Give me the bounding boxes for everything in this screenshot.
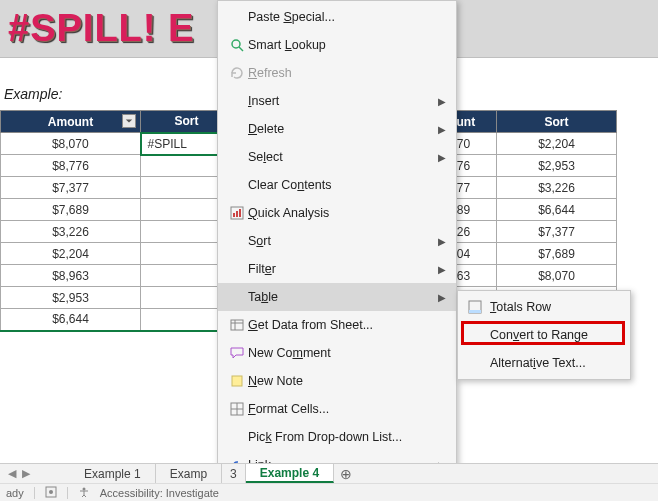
menu-new-comment[interactable]: New Comment xyxy=(218,339,456,367)
table-cell[interactable]: $6,644 xyxy=(1,309,141,331)
status-bar: ady Accessibility: Investigate xyxy=(0,483,658,501)
tab-example-1[interactable]: Example 1 xyxy=(70,464,156,483)
totals-row-icon xyxy=(468,300,490,314)
menu-insert[interactable]: Insert ▶ xyxy=(218,87,456,115)
table-cell[interactable]: $3,226 xyxy=(1,221,141,243)
smart-lookup-icon xyxy=(226,37,248,53)
menu-get-data-from-sheet[interactable]: Get Data from Sheet... xyxy=(218,311,456,339)
table-cell[interactable]: $3,226 xyxy=(497,177,617,199)
submenu-alternative-text[interactable]: Alternative Text... xyxy=(458,349,630,377)
table-cell[interactable]: $8,776 xyxy=(1,155,141,177)
chevron-right-icon: ▶ xyxy=(438,124,446,135)
table-cell[interactable]: $2,204 xyxy=(1,243,141,265)
table-cell[interactable]: $8,070 xyxy=(497,265,617,287)
table-cell[interactable]: $7,377 xyxy=(497,221,617,243)
add-sheet-button[interactable]: ⊕ xyxy=(334,466,358,482)
table-cell[interactable]: $7,689 xyxy=(497,243,617,265)
table-cell[interactable]: $2,204 xyxy=(497,133,617,155)
tab-example-4[interactable]: Example 4 xyxy=(246,464,334,483)
table-cell[interactable]: $2,953 xyxy=(1,287,141,309)
svg-rect-9 xyxy=(232,376,242,386)
table-cell[interactable]: $7,689 xyxy=(1,199,141,221)
svg-rect-3 xyxy=(233,213,235,217)
refresh-icon xyxy=(226,65,248,81)
note-icon xyxy=(226,373,248,389)
menu-filter[interactable]: Filter ▶ xyxy=(218,255,456,283)
table-cell[interactable]: $8,070 xyxy=(1,133,141,155)
svg-rect-5 xyxy=(239,209,241,217)
svg-point-16 xyxy=(49,490,53,494)
col-header-amount-label: Amount xyxy=(48,115,93,129)
status-ready: ady xyxy=(6,487,24,499)
menu-smart-lookup[interactable]: Smart Lookup xyxy=(218,31,456,59)
status-accessibility[interactable]: Accessibility: Investigate xyxy=(100,487,219,499)
menu-paste-special[interactable]: Paste Special... xyxy=(218,3,456,31)
accessibility-icon[interactable] xyxy=(78,486,90,500)
chevron-right-icon: ▶ xyxy=(438,292,446,303)
menu-sort[interactable]: Sort ▶ xyxy=(218,227,456,255)
chevron-right-icon: ▶ xyxy=(438,236,446,247)
filter-dropdown-icon[interactable] xyxy=(122,114,136,128)
col-header-sort-label: Sort xyxy=(175,114,199,128)
menu-pick-from-list[interactable]: Pick From Drop-down List... xyxy=(218,423,456,451)
chevron-right-icon: ▶ xyxy=(438,264,446,275)
example-label: Example: xyxy=(4,86,62,102)
table-submenu: Totals Row Convert to Range Alternative … xyxy=(457,290,631,380)
menu-quick-analysis[interactable]: Quick Analysis xyxy=(218,199,456,227)
macro-record-icon[interactable] xyxy=(45,486,57,500)
svg-rect-14 xyxy=(469,310,481,313)
svg-rect-6 xyxy=(231,320,243,330)
context-menu: Paste Special... Smart Lookup Refresh In… xyxy=(217,0,457,482)
menu-select[interactable]: Select ▶ xyxy=(218,143,456,171)
get-data-icon xyxy=(226,317,248,333)
left-table: Amount Sort $8,070#SPILL $8,776 $7,377 $… xyxy=(0,110,234,332)
menu-refresh: Refresh xyxy=(218,59,456,87)
format-cells-icon xyxy=(226,401,248,417)
svg-point-17 xyxy=(82,487,85,490)
submenu-totals-row[interactable]: Totals Row xyxy=(458,293,630,321)
col-header-amount[interactable]: Amount xyxy=(1,111,141,133)
svg-point-0 xyxy=(232,40,240,48)
page-title: #SPILL! E xyxy=(8,7,194,50)
menu-table[interactable]: Table ▶ xyxy=(218,283,456,311)
menu-clear-contents[interactable]: Clear Contents xyxy=(218,171,456,199)
tab-example-3[interactable]: 3 xyxy=(222,464,246,483)
table-cell[interactable]: $2,953 xyxy=(497,155,617,177)
tab-example-2[interactable]: Examp xyxy=(156,464,222,483)
menu-new-note[interactable]: New Note xyxy=(218,367,456,395)
chevron-right-icon: ▶ xyxy=(438,96,446,107)
table-cell[interactable]: $8,963 xyxy=(1,265,141,287)
menu-format-cells[interactable]: Format Cells... xyxy=(218,395,456,423)
col-header-sort-right[interactable]: Sort xyxy=(497,111,617,133)
svg-line-1 xyxy=(239,47,243,51)
menu-delete[interactable]: Delete ▶ xyxy=(218,115,456,143)
chevron-right-icon: ▶ xyxy=(438,152,446,163)
submenu-convert-to-range[interactable]: Convert to Range xyxy=(458,321,630,349)
tab-nav-controls[interactable]: ◀▶ xyxy=(8,467,30,480)
table-cell[interactable]: $7,377 xyxy=(1,177,141,199)
quick-analysis-icon xyxy=(226,205,248,221)
svg-rect-4 xyxy=(236,211,238,217)
table-cell[interactable]: $6,644 xyxy=(497,199,617,221)
sheet-tabs: ◀▶ Example 1 Examp 3 Example 4 ⊕ xyxy=(0,463,658,483)
comment-icon xyxy=(226,345,248,361)
